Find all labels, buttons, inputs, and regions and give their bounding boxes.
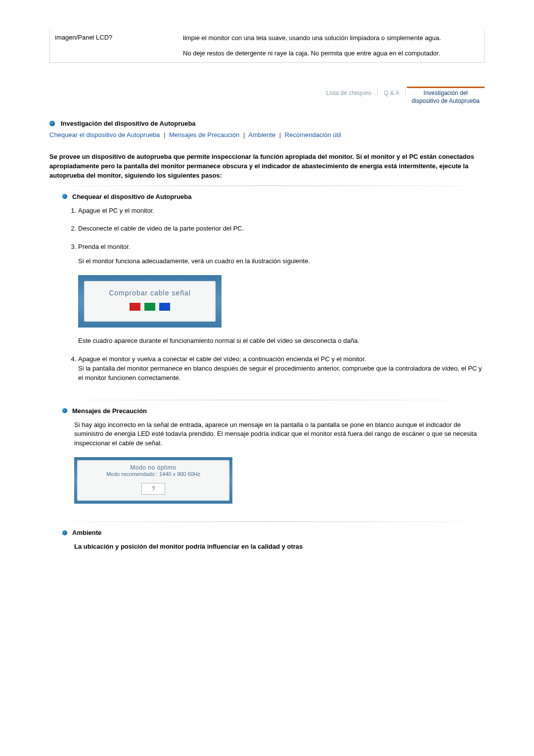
link-separator: |: [162, 131, 167, 139]
tab-qa-label: Q & A: [384, 89, 399, 97]
link-environment[interactable]: Ambiente: [248, 131, 275, 139]
osd-check-signal-inner: Comprobar cable señal: [84, 281, 216, 322]
osd-not-optimum: Modo no óptimo Modo recomendado : 1440 x…: [74, 457, 232, 504]
link-warnings[interactable]: Mensajes de Precaución: [169, 131, 239, 139]
environment-block: Ambiente La ubicación y posición del mon…: [62, 529, 485, 552]
qa-answer-p2: No deje restos de detergente ni raye la …: [183, 49, 477, 58]
link-separator: |: [241, 131, 247, 139]
bullet-icon: [49, 121, 55, 126]
osd-check-signal-text: Comprobar cable señal: [89, 288, 211, 298]
step-4-text-b: Si la pantalla del monitor permanece en …: [78, 365, 482, 381]
tab-checklist-label: Lista de chequeo: [326, 89, 371, 97]
step-3: Prenda el monitor. Si el monitor funcion…: [78, 242, 485, 346]
selftest-title: Chequear el dispositivo de Autoprueba: [72, 193, 192, 200]
selftest-title-row: Chequear el dispositivo de Autoprueba: [62, 193, 485, 200]
environment-body: La ubicación y posición del monitor podr…: [74, 542, 485, 552]
osd-not-optimum-inner: Modo no óptimo Modo recomendado : 1440 x…: [77, 460, 229, 501]
selftest-block: Chequear el dispositivo de Autoprueba Ap…: [62, 193, 485, 383]
tab-selftest[interactable]: Investigación del dispositivo de Autopru…: [407, 87, 485, 105]
step-4: Apague el monitor y vuelva a conectar el…: [78, 355, 485, 383]
warnings-title: Mensajes de Precaución: [72, 407, 147, 415]
environment-title: Ambiente: [72, 529, 101, 536]
osd-help-button: ?: [141, 483, 166, 495]
step-3-after-note: Este cuadro aparece durante el funcionam…: [78, 336, 485, 346]
tab-separator: [405, 89, 406, 95]
divider: [49, 186, 485, 186]
tab-selftest-label-line1: Investigación del: [424, 89, 468, 97]
link-recommendation[interactable]: Recomendación útil: [285, 131, 341, 139]
section-header-row: Investigación del dispositivo de Autopru…: [49, 120, 485, 127]
step-4-text-a: Apague el monitor y vuelva a conectar el…: [78, 355, 366, 363]
bullet-icon: [62, 194, 67, 199]
selftest-steps: Apague el PC y el monitor. Desconecte el…: [67, 206, 485, 383]
swatch-blue-icon: [159, 303, 170, 311]
tab-selftest-label-line2: dispositivo de Autoprueba: [412, 97, 480, 105]
tab-bar: Lista de chequeo Q & A Investigación del…: [49, 87, 485, 105]
step-1: Apague el PC y el monitor.: [78, 206, 485, 216]
environment-title-row: Ambiente: [62, 529, 485, 536]
bullet-icon: [62, 530, 67, 535]
divider: [49, 521, 485, 522]
intro-paragraph: Se provee un dispositivo de autoprueba q…: [49, 152, 485, 181]
section-title: Investigación del dispositivo de Autopru…: [61, 120, 196, 127]
step-3-note: Si el monitor funciona adecuadamente, ve…: [78, 257, 485, 266]
step-2: Desconecte el cable de video de la parte…: [78, 224, 485, 234]
tab-qa[interactable]: Q & A: [379, 87, 404, 97]
qa-row: imagen/Panel LCD? limpie el monitor con …: [49, 30, 485, 63]
warnings-block: Mensajes de Precaución Si hay algo incor…: [62, 407, 485, 504]
warnings-body: Si hay algo incorrecto en la señal de en…: [74, 421, 485, 449]
link-selftest[interactable]: Chequear el dispositivo de Autoprueba: [49, 131, 160, 139]
osd-check-signal: Comprobar cable señal: [78, 275, 222, 328]
osd-rgb-swatches: [89, 303, 211, 311]
swatch-red-icon: [130, 303, 140, 311]
link-bar: Chequear el dispositivo de Autoprueba | …: [49, 131, 485, 139]
bullet-icon: [62, 408, 67, 413]
qa-question: imagen/Panel LCD?: [50, 30, 181, 62]
step-3-text: Prenda el monitor.: [78, 243, 131, 250]
tab-checklist[interactable]: Lista de chequeo: [321, 87, 376, 97]
step-2-text: Desconecte el cable de video de la parte…: [78, 225, 244, 232]
step-1-text: Apague el PC y el monitor.: [78, 207, 154, 214]
qa-answer-p1: limpie el monitor con una tela suave, us…: [183, 34, 477, 43]
link-separator: |: [277, 131, 283, 139]
qa-answer: limpie el monitor con una tela suave, us…: [181, 30, 484, 62]
osd-not-optimum-line1: Modo no óptimo: [81, 464, 225, 471]
osd-not-optimum-line2: Modo recomendado : 1440 x 900 60Hz: [81, 471, 225, 477]
swatch-green-icon: [144, 303, 155, 311]
tab-separator: [377, 89, 378, 95]
divider: [49, 400, 485, 400]
warnings-title-row: Mensajes de Precaución: [62, 407, 485, 415]
